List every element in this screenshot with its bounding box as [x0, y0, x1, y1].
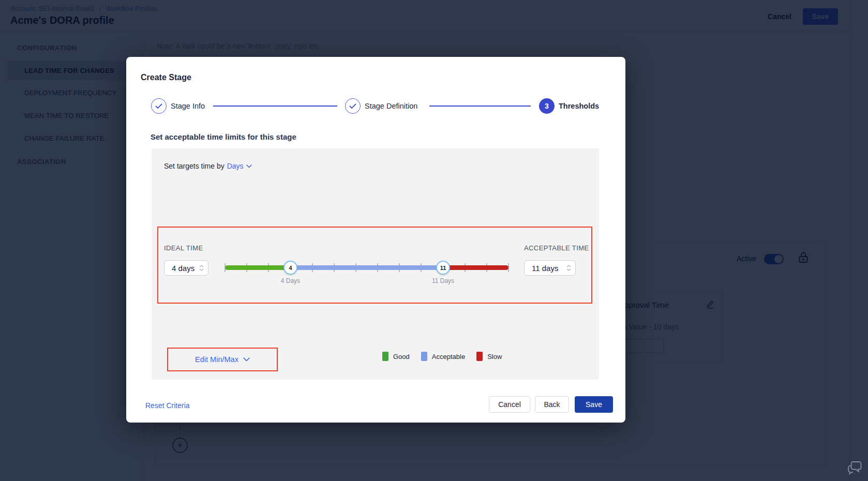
thresholds-panel: Set targets time by Days IDEAL TIME 4 da…: [152, 148, 599, 380]
acceptable-time-stepper[interactable]: [564, 265, 575, 271]
legend-swatch-acceptable: [421, 352, 427, 361]
chevron-down-icon[interactable]: [246, 164, 252, 168]
slider-segment-acceptable: [290, 265, 443, 270]
legend-item-good: Good: [382, 352, 410, 361]
stepper-line-1: [213, 106, 337, 107]
ideal-time-stepper[interactable]: [197, 265, 208, 271]
step1-label-stage-info[interactable]: Stage Info: [171, 102, 205, 110]
chevron-down-icon: [243, 357, 250, 362]
legend-label: Acceptable: [432, 353, 465, 360]
modal-cancel-button[interactable]: Cancel: [489, 396, 530, 413]
slider-handle-11-days[interactable]: 11: [436, 261, 450, 275]
slider-handle-4-days[interactable]: 4: [283, 261, 297, 275]
set-targets-row: Set targets time by Days: [164, 162, 252, 170]
edit-minmax-label: Edit Min/Max: [195, 355, 238, 364]
step2-complete-check-icon[interactable]: [345, 98, 361, 114]
spinner-up-icon[interactable]: [199, 265, 204, 267]
create-stage-modal: Create Stage Stage Info Stage Definition…: [126, 57, 625, 423]
acceptable-time-input[interactable]: 11 days: [524, 260, 576, 276]
modal-back-button[interactable]: Back: [535, 396, 569, 413]
acceptable-time-label: ACCEPTABLE TIME: [524, 244, 589, 252]
spinner-down-icon[interactable]: [566, 268, 571, 271]
set-targets-prefix: Set targets time by: [164, 162, 225, 170]
modal-title: Create Stage: [141, 73, 191, 82]
legend-label: Good: [393, 353, 410, 360]
spinner-up-icon[interactable]: [566, 265, 571, 267]
stepper-line-2: [429, 106, 531, 107]
slider-handle-label: 11 Days: [432, 277, 454, 284]
slider-handle-label: 4 Days: [281, 277, 300, 284]
legend-item-acceptable: Acceptable: [421, 352, 465, 361]
step3-number-badge[interactable]: 3: [539, 98, 555, 114]
legend-item-slow: Slow: [476, 352, 502, 361]
ideal-time-label: IDEAL TIME: [164, 244, 203, 252]
acceptable-time-value[interactable]: 11 days: [525, 264, 564, 273]
threshold-legend: GoodAcceptableSlow: [382, 352, 502, 361]
slider-segment-slow: [443, 265, 508, 270]
spinner-down-icon[interactable]: [199, 268, 204, 271]
chat-help-icon[interactable]: [846, 458, 864, 478]
edit-minmax-button[interactable]: Edit Min/Max: [167, 348, 278, 371]
legend-swatch-slow: [476, 352, 483, 361]
legend-label: Slow: [487, 353, 502, 360]
slider-segment-good: [225, 265, 290, 270]
ideal-time-value[interactable]: 4 days: [164, 264, 197, 273]
step2-label-stage-definition[interactable]: Stage Definition: [365, 102, 417, 110]
threshold-slider[interactable]: 44 Days1111 Days: [225, 260, 508, 285]
targets-unit-dropdown[interactable]: Days: [227, 162, 244, 170]
step1-complete-check-icon[interactable]: [151, 98, 167, 114]
step3-label-thresholds[interactable]: Thresholds: [559, 102, 599, 110]
ideal-time-input[interactable]: 4 days: [164, 260, 208, 276]
legend-swatch-good: [382, 352, 388, 361]
thresholds-section-title: Set acceptable time limits for this stag…: [151, 132, 296, 141]
modal-save-button[interactable]: Save: [575, 396, 613, 413]
reset-criteria-link[interactable]: Reset Criteria: [145, 401, 190, 410]
